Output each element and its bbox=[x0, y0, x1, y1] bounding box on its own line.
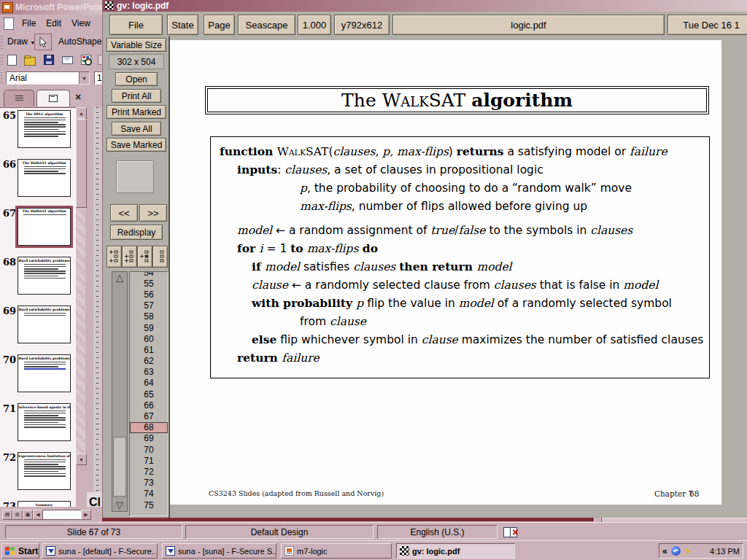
tab-slides[interactable] bbox=[36, 90, 70, 106]
page-list-item[interactable]: 57 bbox=[130, 300, 168, 311]
preview-icon[interactable] bbox=[81, 55, 91, 65]
scroll-right-icon[interactable]: ▶ bbox=[81, 510, 91, 520]
mark-current-page-button[interactable] bbox=[107, 246, 122, 268]
normal-view-icon[interactable]: ▤ bbox=[2, 510, 12, 520]
slide-thumbnail[interactable]: 70 Hard satisfiability problems bbox=[0, 354, 76, 392]
font-name-combo[interactable]: Arial ▼ bbox=[6, 71, 90, 85]
autoshapes-button[interactable]: AutoShapes bbox=[58, 36, 102, 47]
font-size-combo[interactable]: 1 bbox=[94, 71, 102, 85]
lightning-tray-icon[interactable] bbox=[684, 546, 692, 556]
slide-thumbnail[interactable]: 66 The WalkSAT algorithm bbox=[0, 159, 76, 197]
redisplay-button[interactable]: Redisplay bbox=[110, 225, 163, 240]
gv-media-button[interactable]: y792x612 bbox=[334, 15, 390, 35]
open-file-icon[interactable] bbox=[24, 57, 36, 66]
page-list-item[interactable]: 64 bbox=[130, 378, 168, 389]
scrollbar-thumb[interactable] bbox=[113, 437, 126, 497]
print-marked-button[interactable]: Print Marked bbox=[107, 105, 166, 119]
save-icon[interactable] bbox=[44, 55, 54, 65]
page-list-item[interactable]: 66 bbox=[130, 400, 168, 411]
page-list-item[interactable]: 72 bbox=[130, 466, 168, 477]
gv-page-button[interactable]: Page bbox=[204, 15, 235, 35]
scroll-down-icon[interactable]: ▼ bbox=[76, 454, 87, 465]
page-list-item[interactable]: 73 bbox=[130, 478, 168, 489]
pdf-page[interactable]: The WalkSAT algorithm function WalkSAT(c… bbox=[170, 40, 721, 505]
status-design-name[interactable]: Default Design bbox=[185, 525, 374, 539]
slide-thumbnail[interactable]: 65 The DPLL algorithm bbox=[0, 110, 76, 148]
close-pane-icon[interactable]: × bbox=[75, 91, 81, 103]
taskbar-task-button[interactable]: m7-logic bbox=[281, 543, 392, 559]
tray-collapse-button[interactable]: « bbox=[662, 546, 667, 556]
menu-item[interactable]: View bbox=[71, 18, 90, 28]
menu-item[interactable]: File bbox=[22, 18, 36, 28]
mark-all-pages-button[interactable] bbox=[122, 246, 137, 268]
slide-thumbnail[interactable]: 71 Inference-based agents in the wumpus … bbox=[0, 403, 76, 441]
gv-scale-button[interactable]: 1.000 bbox=[298, 15, 331, 35]
taskbar-task-button[interactable]: suna - [default] - F-Secure... bbox=[42, 543, 158, 559]
horizontal-scroll-track[interactable] bbox=[42, 510, 82, 520]
gv-state-button[interactable]: State bbox=[167, 15, 198, 35]
page-list-item[interactable]: 71 bbox=[130, 455, 168, 466]
start-button[interactable]: Start bbox=[1, 543, 39, 559]
scroll-up-icon[interactable]: △ bbox=[112, 272, 127, 284]
thumbnail-scrollbar[interactable]: ▲ ▼ bbox=[76, 107, 87, 464]
select-pointer-button[interactable] bbox=[34, 34, 52, 50]
scrollbar-thumb[interactable] bbox=[76, 119, 87, 208]
gv-filename-field[interactable]: logic.pdf bbox=[392, 15, 665, 35]
gv-file-button[interactable]: File bbox=[109, 15, 163, 35]
open-button[interactable]: Open bbox=[115, 72, 158, 86]
variable-size-button[interactable]: Variable Size bbox=[107, 38, 166, 52]
pane-splitter[interactable] bbox=[87, 107, 93, 508]
toolbar-grip[interactable] bbox=[1, 71, 3, 85]
tab-outline[interactable] bbox=[4, 90, 34, 106]
slide-thumbnail[interactable]: 67 The WalkSAT algorithm bbox=[0, 208, 76, 246]
slide-thumbnail[interactable]: 72 Expressiveness limitation of proposit… bbox=[0, 452, 76, 490]
print-all-button[interactable]: Print All bbox=[112, 89, 161, 103]
slideshow-view-icon[interactable]: ▣ bbox=[23, 510, 33, 520]
spellcheck-icon[interactable] bbox=[503, 527, 517, 537]
unmark-all-pages-button[interactable] bbox=[152, 246, 168, 268]
page-list-item[interactable]: 59 bbox=[130, 322, 168, 333]
menu-item[interactable]: Edit bbox=[46, 18, 61, 28]
gv-orientation-button[interactable]: Seascape bbox=[238, 15, 295, 35]
fsecure-tray-icon[interactable] bbox=[671, 546, 681, 556]
save-all-button[interactable]: Save All bbox=[112, 122, 161, 136]
unmark-current-page-button[interactable] bbox=[137, 246, 152, 268]
page-list-item[interactable]: 61 bbox=[130, 344, 168, 355]
page-list-item[interactable]: 69 bbox=[130, 433, 168, 444]
scroll-down-icon[interactable]: ▽ bbox=[112, 499, 127, 511]
taskbar-clock[interactable]: 4:13 PM bbox=[710, 547, 740, 556]
scroll-left-icon[interactable]: ◀ bbox=[33, 510, 43, 520]
slide-sorter-view-icon[interactable]: ⊞ bbox=[12, 510, 23, 520]
save-marked-button[interactable]: Save Marked bbox=[107, 138, 166, 152]
page-list-item[interactable]: 56 bbox=[130, 289, 168, 300]
chevron-down-icon[interactable]: ▼ bbox=[79, 72, 89, 84]
taskbar-task-button[interactable]: suna - [suna] - F-Secure S... bbox=[162, 543, 276, 559]
page-list-item[interactable]: 68 bbox=[130, 422, 168, 433]
page-list-item[interactable]: 75 bbox=[130, 499, 168, 510]
page-list-item[interactable]: 74 bbox=[130, 489, 168, 499]
toolbar-grip[interactable] bbox=[1, 34, 3, 49]
new-document-icon[interactable] bbox=[7, 55, 17, 66]
page-list-item[interactable]: 58 bbox=[130, 311, 168, 322]
page-list-item[interactable]: 70 bbox=[130, 444, 168, 455]
page-list-item[interactable]: 60 bbox=[130, 333, 168, 344]
page-list-item[interactable]: 55 bbox=[130, 278, 168, 289]
slide-thumbnail[interactable]: 69 Hard satisfiability problems bbox=[0, 306, 76, 343]
prev-page-button[interactable]: << bbox=[110, 204, 138, 222]
draw-menu-button[interactable]: Draw ▼ bbox=[7, 36, 35, 47]
page-list-item[interactable]: 54 bbox=[130, 271, 168, 278]
page-locator-preview[interactable] bbox=[116, 160, 154, 193]
presentation-doc-icon[interactable] bbox=[4, 18, 14, 30]
page-list-item[interactable]: 65 bbox=[130, 389, 168, 400]
mail-icon[interactable] bbox=[62, 56, 73, 64]
page-list-item[interactable]: 62 bbox=[130, 356, 168, 367]
page-list-item[interactable]: 63 bbox=[130, 367, 168, 378]
gv-titlebar[interactable]: gv: logic.pdf bbox=[103, 0, 747, 12]
powerpoint-titlebar[interactable]: Microsoft PowerPoin bbox=[0, 0, 102, 15]
status-language[interactable]: English (U.S.) bbox=[377, 525, 498, 539]
taskbar-task-button[interactable]: gv: logic.pdf bbox=[396, 543, 515, 559]
next-page-button[interactable]: >> bbox=[139, 204, 167, 222]
toolbar-grip[interactable] bbox=[1, 53, 3, 67]
page-list-scrollbar[interactable]: △ ▽ bbox=[112, 271, 128, 512]
page-list-item[interactable]: 67 bbox=[130, 411, 168, 421]
